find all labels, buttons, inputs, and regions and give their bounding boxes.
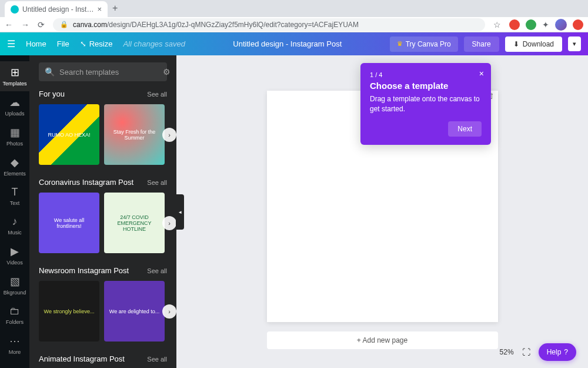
sidebar-item-bkground[interactable]: ▧Bkground — [0, 270, 29, 300]
scroll-right-icon[interactable]: › — [162, 216, 176, 230]
sidebar-label: Bkground — [4, 290, 26, 296]
download-button[interactable]: ⬇ Download — [505, 37, 562, 52]
resize-button[interactable]: ⤡ Resize — [80, 39, 113, 48]
sidebar-item-photos[interactable]: ▦Photos — [0, 121, 29, 151]
download-label: Download — [523, 40, 554, 48]
section-title: Animated Instagram Post — [39, 354, 125, 363]
url-path: /design/DAEHgL3A1g/0zJ-qMNGzZiay2f5mHy6l… — [107, 21, 359, 29]
sidebar-item-folders[interactable]: 🗀Folders — [0, 300, 29, 330]
fullscreen-icon[interactable]: ⛶ — [522, 347, 530, 357]
template-thumbnail[interactable]: We strongly believe... — [39, 281, 99, 342]
scroll-right-icon[interactable]: › — [162, 128, 176, 142]
help-button[interactable]: Help ? — [539, 343, 576, 361]
profile-avatar[interactable] — [555, 19, 567, 31]
url-domain: canva.com — [73, 21, 107, 29]
help-label: Help — [547, 348, 562, 356]
icon-sidebar: ⊞Templates☁Uploads▦Photos◆ElementsTText♪… — [0, 55, 29, 368]
sidebar-item-text[interactable]: TText — [0, 181, 29, 211]
bkground-icon: ▧ — [10, 275, 20, 288]
reload-button[interactable]: ⟳ — [38, 20, 45, 29]
browser-tab[interactable]: Untitled design - Instagram Po... × — [5, 1, 108, 17]
scroll-right-icon[interactable]: › — [162, 304, 176, 319]
uploads-icon: ☁ — [9, 96, 20, 109]
zoom-controls: 52% ⛶ Help ? — [500, 343, 576, 361]
add-page-button[interactable]: + Add new page — [267, 331, 498, 349]
more-icon: ⋯ — [9, 334, 20, 347]
see-all-link[interactable]: See all — [147, 267, 167, 274]
document-title[interactable]: Untitled design - Instagram Post — [233, 39, 342, 48]
templates-panel: 🔍 ⚙ For youSee allRUMO AO HEXA!Stay Fres… — [29, 55, 176, 368]
file-menu[interactable]: File — [57, 39, 69, 48]
save-status: All changes saved — [123, 39, 185, 48]
menu-icon[interactable]: ☰ — [7, 38, 15, 49]
music-icon: ♪ — [12, 216, 18, 228]
sidebar-label: Templates — [2, 81, 26, 87]
elements-icon: ◆ — [11, 156, 19, 169]
tab-close-icon[interactable]: × — [97, 5, 102, 14]
tooltip-close-icon[interactable]: × — [479, 69, 484, 78]
new-tab-button[interactable]: + — [108, 0, 122, 17]
canvas-area: ◂ × 1 / 4 Choose a template Drag a templ… — [176, 55, 588, 368]
browser-tab-strip: Untitled design - Instagram Po... × + — [0, 0, 588, 17]
onboarding-tooltip: × 1 / 4 Choose a template Drag a templat… — [360, 63, 491, 145]
videos-icon: ▶ — [11, 245, 19, 258]
sidebar-item-more[interactable]: ⋯More — [0, 330, 29, 360]
see-all-link[interactable]: See all — [147, 179, 167, 186]
main-area: ⊞Templates☁Uploads▦Photos◆ElementsTText♪… — [0, 55, 588, 368]
canva-favicon — [11, 5, 19, 14]
see-all-link[interactable]: See all — [147, 356, 167, 363]
search-input[interactable] — [59, 68, 158, 77]
extension-icon-3[interactable] — [573, 19, 583, 30]
home-link[interactable]: Home — [26, 39, 46, 48]
sidebar-item-elements[interactable]: ◆Elements — [0, 151, 29, 181]
sidebar-label: Folders — [6, 319, 24, 325]
browser-toolbar: ← → ⟳ 🔒 canva.com/design/DAEHgL3A1g/0zJ-… — [0, 17, 588, 32]
try-pro-label: Try Canva Pro — [406, 40, 451, 48]
template-thumbnail[interactable]: RUMO AO HEXA! — [39, 104, 99, 165]
address-bar[interactable]: 🔒 canva.com/design/DAEHgL3A1g/0zJ-qMNGzZ… — [53, 18, 485, 31]
back-button[interactable]: ← — [5, 20, 13, 29]
template-row: RUMO AO HEXA!Stay Fresh for the Summer› — [39, 104, 167, 165]
template-thumbnail[interactable]: We are delighted to... — [104, 281, 165, 342]
tab-title: Untitled design - Instagram Po... — [22, 5, 93, 14]
template-thumbnail[interactable]: We salute all frontliners! — [39, 193, 99, 253]
section-title: Coronavirus Instagram Post — [39, 178, 133, 187]
extension-icon-2[interactable] — [526, 19, 536, 30]
search-icon: 🔍 — [45, 67, 55, 77]
template-thumbnail[interactable]: 24/7 COVID EMERGENCY HOTLINE — [104, 193, 165, 253]
zoom-level[interactable]: 52% — [500, 348, 514, 356]
see-all-link[interactable]: See all — [147, 91, 167, 98]
share-button[interactable]: Share — [464, 37, 499, 52]
section-title: For you — [39, 89, 65, 98]
sidebar-item-uploads[interactable]: ☁Uploads — [0, 91, 29, 121]
resize-icon: ⤡ — [80, 39, 86, 48]
collapse-panel-button[interactable]: ◂ — [176, 194, 184, 230]
tooltip-title: Choose a template — [370, 81, 482, 91]
download-icon: ⬇ — [513, 40, 519, 48]
extensions-menu-icon[interactable]: ✦ — [542, 20, 549, 29]
try-pro-button[interactable]: ♛ Try Canva Pro — [390, 37, 458, 52]
tooltip-body: Drag a template onto the canvas to get s… — [370, 94, 482, 114]
sidebar-label: Photos — [6, 141, 23, 147]
sidebar-label: Videos — [6, 260, 22, 266]
star-icon[interactable]: ☆ — [493, 20, 501, 29]
sidebar-item-templates[interactable]: ⊞Templates — [0, 61, 29, 91]
download-chevron[interactable]: ▾ — [568, 37, 581, 51]
search-box[interactable]: 🔍 ⚙ — [39, 62, 167, 81]
sidebar-label: Music — [8, 230, 22, 236]
tooltip-next-button[interactable]: Next — [448, 121, 482, 137]
templates-icon: ⊞ — [11, 66, 19, 79]
resize-label: Resize — [89, 39, 113, 48]
sidebar-label: Uploads — [5, 111, 24, 117]
sidebar-item-music[interactable]: ♪Music — [0, 211, 29, 240]
crown-icon: ♛ — [397, 40, 403, 48]
forward-button[interactable]: → — [21, 20, 29, 29]
lock-icon: 🔒 — [60, 21, 68, 28]
extension-icon-1[interactable] — [509, 19, 520, 30]
sidebar-item-videos[interactable]: ▶Videos — [0, 240, 29, 270]
text-icon: T — [12, 186, 18, 198]
sidebar-label: Elements — [4, 171, 26, 177]
filter-icon[interactable]: ⚙ — [163, 67, 171, 77]
template-row: We strongly believe...We are delighted t… — [39, 281, 167, 342]
template-thumbnail[interactable]: Stay Fresh for the Summer — [104, 104, 165, 165]
